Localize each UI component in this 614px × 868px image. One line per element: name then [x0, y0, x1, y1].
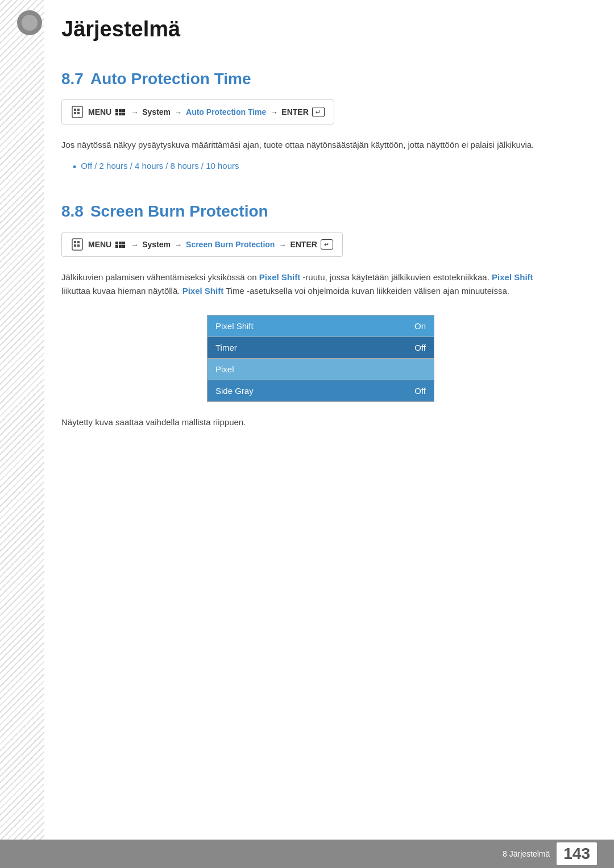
bullet-item-hours: • Off / 2 hours / 4 hours / 8 hours / 10… — [73, 161, 580, 174]
menu-label-8: MENU — [88, 240, 111, 249]
timer-label: Timer — [208, 337, 405, 358]
svg-rect-3 — [74, 112, 76, 114]
section-8-body: Jälkikuvien palamisen vähentämiseksi yks… — [61, 271, 550, 298]
svg-rect-7 — [77, 241, 80, 243]
grid-bars-icon-8 — [115, 242, 125, 248]
arrow-5: → — [175, 240, 182, 249]
page-title: Järjestelmä — [61, 17, 580, 41]
section-8-footnote: Näytetty kuva saattaa vaihdella mallista… — [61, 416, 550, 429]
section-7-bullets: • Off / 2 hours / 4 hours / 8 hours / 10… — [73, 161, 580, 174]
pixel-shift-ref-2: Pixel Shift — [492, 272, 533, 282]
section-screen-burn-protection: 8.8Screen Burn Protection MENU → System … — [61, 202, 580, 429]
bullet-text-hours: Off / 2 hours / 4 hours / 8 hours / 10 h… — [81, 161, 239, 171]
section-7-body: Jos näytössä näkyy pysäytyskuva määrittä… — [61, 138, 550, 152]
body-8-end: Time -asetuksella voi ohjelmoida kuvan l… — [223, 286, 509, 296]
footer-label: 8 Järjestelmä — [503, 849, 550, 858]
pixel-shift-value: On — [405, 315, 434, 337]
menu-system-8: System — [142, 240, 171, 249]
menu-label-7: MENU — [88, 107, 111, 117]
chapter-icon — [17, 10, 42, 35]
section-7-title: Auto Protection Time — [90, 70, 251, 88]
menu-path-7: MENU → System → Auto Protection Time → E… — [61, 99, 334, 124]
body-8-text1: Jälkikuvien palamisen vähentämiseksi yks… — [61, 272, 259, 282]
svg-rect-6 — [74, 241, 76, 243]
pixel-shift-label: Pixel Shift — [208, 315, 405, 337]
burn-protection-menu: Pixel Shift On Timer Off Pixel Side Gray… — [207, 315, 434, 402]
menu-item-7: Auto Protection Time — [186, 107, 266, 117]
section-8-heading: 8.8Screen Burn Protection — [61, 202, 580, 221]
enter-label-7: ENTER — [281, 107, 308, 117]
body-8-mid2: liikuttaa kuvaa hieman näytöllä. — [61, 286, 182, 296]
menu-row-pixel[interactable]: Pixel — [208, 359, 434, 380]
arrow-4: → — [131, 240, 138, 249]
svg-rect-0 — [72, 106, 82, 118]
arrow-2: → — [175, 108, 182, 117]
menu-system-7: System — [142, 107, 171, 117]
svg-rect-9 — [77, 244, 80, 247]
side-gray-label: Side Gray — [208, 380, 405, 401]
svg-rect-8 — [74, 244, 76, 247]
enter-label-8: ENTER — [290, 240, 317, 249]
section-7-number: 8.7 — [61, 70, 84, 88]
pixel-shift-ref-1: Pixel Shift — [259, 272, 301, 282]
left-stripe — [0, 0, 44, 868]
svg-rect-4 — [77, 112, 80, 114]
pixel-value — [405, 364, 434, 375]
section-8-title: Screen Burn Protection — [90, 202, 268, 220]
menu-item-8: Screen Burn Protection — [186, 240, 275, 249]
svg-rect-1 — [74, 109, 76, 111]
svg-rect-5 — [72, 239, 82, 250]
menu-row-side-gray[interactable]: Side Gray Off — [208, 380, 434, 401]
menu-path-8: MENU → System → Screen Burn Protection →… — [61, 232, 343, 257]
menu-doc-icon — [71, 106, 84, 118]
enter-icon-7: ↵ — [312, 107, 325, 117]
footer: 8 Järjestelmä 143 — [0, 840, 614, 868]
section-auto-protection-time: 8.7Auto Protection Time MENU → Sy — [61, 70, 580, 174]
grid-bars-icon — [115, 109, 125, 115]
pixel-shift-ref-3: Pixel Shift — [182, 286, 224, 296]
section-8-number: 8.8 — [61, 202, 84, 220]
section-7-heading: 8.7Auto Protection Time — [61, 70, 580, 88]
arrow-6: → — [279, 240, 286, 249]
menu-row-pixel-shift[interactable]: Pixel Shift On — [208, 315, 434, 337]
menu-doc-icon-8 — [71, 238, 84, 251]
side-gray-value: Off — [405, 380, 434, 401]
pixel-label: Pixel — [208, 359, 405, 380]
timer-value: Off — [405, 337, 434, 358]
bullet-dot: • — [73, 161, 76, 174]
menu-row-timer[interactable]: Timer Off — [208, 337, 434, 359]
svg-rect-2 — [77, 109, 80, 111]
arrow-1: → — [131, 108, 138, 117]
body-8-mid1: -ruutu, jossa käytetään jälkikuvien esto… — [300, 272, 492, 282]
enter-icon-8: ↵ — [321, 239, 333, 250]
arrow-3: → — [270, 108, 277, 117]
footer-page-number: 143 — [557, 842, 597, 865]
